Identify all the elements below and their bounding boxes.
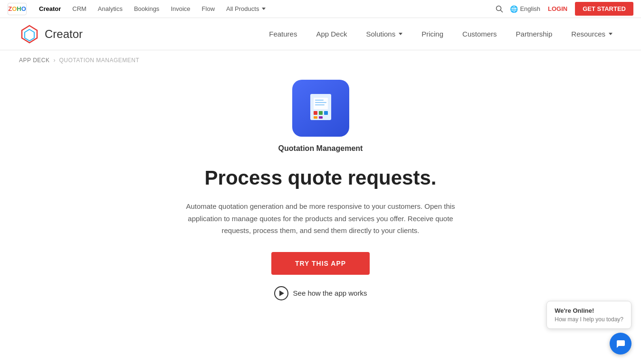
zoho-logo-box: ZOHO	[8, 3, 27, 15]
all-products-chevron-icon	[262, 8, 266, 10]
svg-rect-13	[315, 102, 326, 103]
topnav-flow[interactable]: Flow	[197, 0, 220, 18]
chat-bubble: We're Online! How may I help you today?	[546, 301, 631, 329]
brand-name: Creator	[45, 28, 83, 41]
svg-line-1	[501, 10, 503, 12]
app-icon-graphic	[302, 89, 340, 127]
svg-rect-14	[315, 104, 325, 105]
brand-logo[interactable]: Creator	[19, 24, 83, 45]
nav-resources[interactable]: Resources	[562, 18, 622, 50]
resources-chevron-icon	[609, 33, 612, 35]
hero-description: Automate quotation generation and be mor…	[173, 200, 468, 237]
chat-subtitle: How may I help you today?	[555, 316, 623, 323]
search-button[interactable]	[493, 2, 506, 16]
topnav-creator[interactable]: Creator	[34, 0, 66, 18]
svg-rect-12	[315, 100, 324, 101]
globe-icon: 🌐	[510, 5, 518, 13]
breadcrumb-current: QUOTATION MANAGEMENT	[59, 57, 139, 64]
search-icon	[496, 5, 503, 13]
top-bar: ZOHO Creator CRM Analytics Bookings Invo…	[0, 0, 641, 18]
breadcrumb: APP DECK › QUOTATION MANAGEMENT	[0, 50, 641, 70]
svg-rect-9	[324, 111, 328, 115]
app-title: Quotation Management	[278, 144, 363, 153]
solutions-chevron-icon	[399, 33, 402, 35]
breadcrumb-separator: ›	[53, 57, 55, 64]
main-nav-links: Features App Deck Solutions Pricing Cust…	[259, 18, 622, 50]
login-button[interactable]: LOGIN	[544, 5, 571, 12]
app-icon	[292, 80, 349, 137]
main-nav: Creator Features App Deck Solutions Pric…	[0, 18, 641, 50]
get-started-button[interactable]: GET STARTED	[575, 2, 633, 16]
svg-rect-8	[319, 111, 323, 115]
top-bar-right: 🌐 English LOGIN GET STARTED	[493, 2, 633, 16]
svg-rect-10	[314, 116, 317, 119]
nav-solutions[interactable]: Solutions	[356, 18, 412, 50]
svg-rect-11	[319, 116, 323, 119]
nav-features[interactable]: Features	[259, 18, 306, 50]
creator-logo-icon	[19, 24, 40, 45]
main-content: Quotation Management Process quote reque…	[0, 70, 641, 329]
try-app-button[interactable]: TRY THIS APP	[271, 252, 370, 275]
chat-online-status: We're Online!	[555, 307, 623, 314]
language-selector[interactable]: 🌐 English	[510, 5, 540, 13]
nav-pricing[interactable]: Pricing	[412, 18, 453, 50]
nav-app-deck[interactable]: App Deck	[306, 18, 356, 50]
svg-rect-6	[314, 98, 328, 109]
topnav-bookings[interactable]: Bookings	[129, 0, 164, 18]
nav-customers[interactable]: Customers	[453, 18, 507, 50]
chat-widget: We're Online! How may I help you today?	[546, 301, 631, 329]
see-how-link[interactable]: See how the app works	[274, 286, 367, 300]
topnav-analytics[interactable]: Analytics	[93, 0, 127, 18]
topnav-crm[interactable]: CRM	[67, 0, 91, 18]
topnav-all-products[interactable]: All Products	[221, 0, 270, 18]
zoho-logo[interactable]: ZOHO	[8, 3, 27, 15]
play-button-icon	[274, 286, 288, 300]
svg-rect-7	[314, 111, 317, 115]
breadcrumb-parent[interactable]: APP DECK	[19, 57, 49, 64]
nav-partnership[interactable]: Partnership	[507, 18, 562, 50]
topnav-invoice[interactable]: Invoice	[166, 0, 195, 18]
play-triangle-icon	[279, 290, 284, 296]
hero-title: Process quote requests.	[205, 166, 437, 190]
